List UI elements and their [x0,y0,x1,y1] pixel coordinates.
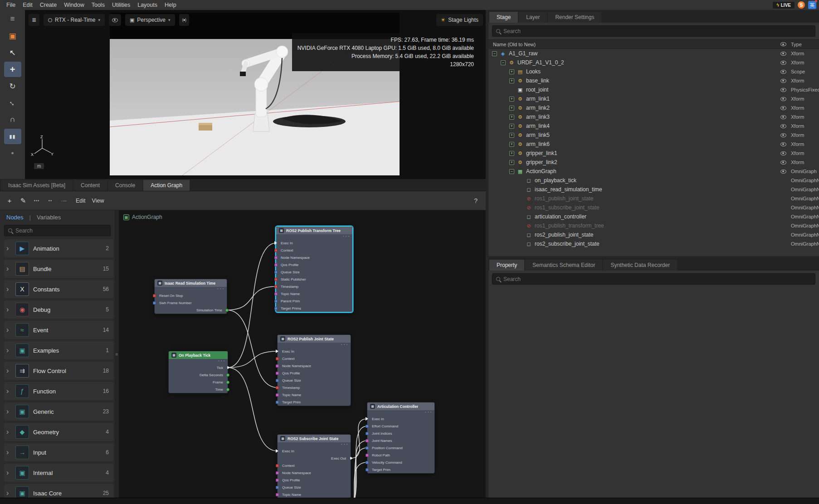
graph-menu-view[interactable]: View [90,197,107,205]
port-effortCommand[interactable]: Effort Command [367,422,434,430]
port-execIn[interactable]: Exec In [276,239,352,247]
expand-icon[interactable]: + [509,160,514,165]
port-simulationTime[interactable]: Simulation Time [155,306,227,314]
port-time[interactable]: Time [169,386,228,393]
tab-render-settings[interactable]: Render Settings [548,12,601,23]
palette-search-input[interactable] [15,228,107,234]
viewport-menu-button[interactable]: ≣ [29,14,39,26]
port-queueSize[interactable]: Queue Size [276,268,352,276]
expand-icon[interactable]: + [509,124,514,129]
select-mode-icon[interactable]: ▣ [4,28,21,44]
visibility-eye-icon[interactable] [780,124,786,128]
category-animation[interactable]: ›▶Animation2 [4,239,113,257]
unit-label[interactable]: m [34,163,44,169]
port-swhFrameNumber[interactable]: Swh Frame Number [155,299,227,306]
visibility-eye-icon[interactable] [780,70,786,74]
palette-tab-nodes[interactable]: Nodes [4,213,26,222]
visibility-eye-icon[interactable] [780,160,786,165]
port-targetPrim[interactable]: Target Prim [278,398,351,406]
port-targetPrims[interactable]: Target Prims [276,305,352,312]
live-badge[interactable]: ϟLIVE [773,2,795,9]
menu-create[interactable]: Create [36,1,61,9]
port-resetOnStop[interactable]: Reset On Stop [155,292,227,299]
port-queueSize[interactable]: Queue Size [278,377,351,384]
category-internal[interactable]: ›▣Internal4 [4,464,113,482]
tab-property[interactable]: Property [489,260,524,271]
pause-button-icon[interactable]: ▮▮ [4,129,21,144]
menu-tools[interactable]: Tools [88,1,108,9]
port-context[interactable]: Context [278,355,351,362]
port-nodeNamespace[interactable]: Node Namespace [276,254,352,261]
port-qosProfile[interactable]: Qos Profile [278,476,351,484]
expand-icon[interactable]: + [509,115,514,120]
expand-icon[interactable]: + [509,151,514,156]
renderer-select[interactable]: RTX - Real-Time▾ [44,14,105,26]
stage-row[interactable]: +⚙arm_link6Xform [488,140,819,149]
stop-button-icon[interactable]: ▪ [4,145,21,161]
ros2_publish_transform_tree[interactable]: ▦ROS2 Publish Transform Tree• • •Exec In… [276,226,353,312]
stage-row[interactable]: +⚙gripper_link1Xform [488,149,819,158]
menu-utilities[interactable]: Utilities [108,1,134,9]
collapse-icon[interactable]: − [501,60,506,65]
edit-pencil-button[interactable]: ✎ [19,197,27,205]
visibility-eye-icon[interactable] [780,115,786,119]
cursor-tool-icon[interactable]: ↖ [4,45,21,60]
stage-row[interactable]: +⚙base_linkXform [488,76,819,85]
port-deltaSeconds[interactable]: Delta Seconds [169,371,228,378]
menu-help[interactable]: Help [161,1,180,9]
stage-row[interactable]: +▤LooksScope [488,67,819,76]
port-qosProfile[interactable]: Qos Profile [278,369,351,377]
input-language-badge[interactable]: 英 [808,1,816,9]
camera-select[interactable]: ▣Perspective▾ [125,14,175,26]
port-topicName[interactable]: Topic Name [276,290,352,297]
port-qosProfile[interactable]: Qos Profile [276,261,352,268]
tab-semantics-schema-editor[interactable]: Semantics Schema Editor [525,260,602,271]
port-tick[interactable]: Tick [169,364,228,371]
port-positionCommand[interactable]: Position Command [367,444,434,451]
port-context[interactable]: Context [278,462,351,469]
viewport-3d[interactable]: ≣ RTX - Real-Time▾ ▣Perspective▾ (●) ☀St… [25,10,486,179]
property-search-input[interactable] [503,276,811,282]
port-frame[interactable]: Frame [169,378,228,386]
menu-file[interactable]: File [3,1,19,9]
expand-icon[interactable]: + [509,97,514,102]
stage-row[interactable]: ◻on_playback_tickOmniGraphNode [488,176,819,185]
ros2_publish_joint_state[interactable]: ▦ROS2 Publish Joint State• • •Exec InCon… [277,334,351,406]
category-constants[interactable]: ›XConstants56 [4,280,113,298]
type-column-header[interactable]: Type [791,42,819,47]
visibility-eye-icon[interactable] [780,151,786,155]
port-timestamp[interactable]: Timestamp [276,283,352,290]
help-button[interactable]: ? [474,197,480,204]
port-parentPrim[interactable]: Parent Prim [276,297,352,305]
visibility-eye-icon[interactable] [780,170,786,174]
articulation_controller[interactable]: ▦Articulation Controller• • •Exec InEffo… [367,402,435,474]
visibility-eye-icon[interactable] [780,61,786,65]
scale-tool-icon[interactable]: ↔ [4,95,21,111]
collapse-icon[interactable]: − [492,51,497,56]
tab-content[interactable]: Content [73,180,107,191]
port-velocityCommand[interactable]: Velocity Command [367,459,434,466]
port-execIn[interactable]: Exec In [278,348,351,355]
expand-icon[interactable]: + [509,106,514,111]
expand-icon[interactable]: + [509,69,514,74]
menu-edit[interactable]: Edit [19,1,36,9]
port-execOut[interactable]: Exec Out [278,455,351,462]
stage-lights-button[interactable]: ☀Stage Lights [436,14,483,26]
port-robotPath[interactable]: Robot Path [367,451,434,459]
stage-row[interactable]: ◻ros2_publish_joint_stateOmniGraphNode [488,230,819,239]
tab-synthetic-data-recorder[interactable]: Synthetic Data Recorder [603,260,677,271]
tab-stage[interactable]: Stage [489,12,518,23]
expand-icon[interactable]: + [509,142,514,147]
stage-row[interactable]: ⊘ros1_publish_joint_stateOmniGraphNode [488,194,819,203]
visibility-eye-icon[interactable] [780,88,786,92]
tab-action-graph[interactable]: Action Graph [143,180,190,191]
category-function[interactable]: ›ƒFunction16 [4,382,113,400]
category-event[interactable]: ›≈Event14 [4,321,113,339]
node-more-icon[interactable]: • • • [278,442,351,447]
visibility-eye-icon[interactable] [780,106,786,110]
stage-row[interactable]: +⚙arm_link1Xform [488,94,819,103]
category-input[interactable]: ›→Input6 [4,443,113,461]
isaac_read_simulation_time[interactable]: ▦Isaac Read Simulation Time• • •Reset On… [154,279,227,314]
category-flow-control[interactable]: ›⇉Flow Control18 [4,362,113,380]
visibility-eye-icon[interactable] [780,97,786,101]
